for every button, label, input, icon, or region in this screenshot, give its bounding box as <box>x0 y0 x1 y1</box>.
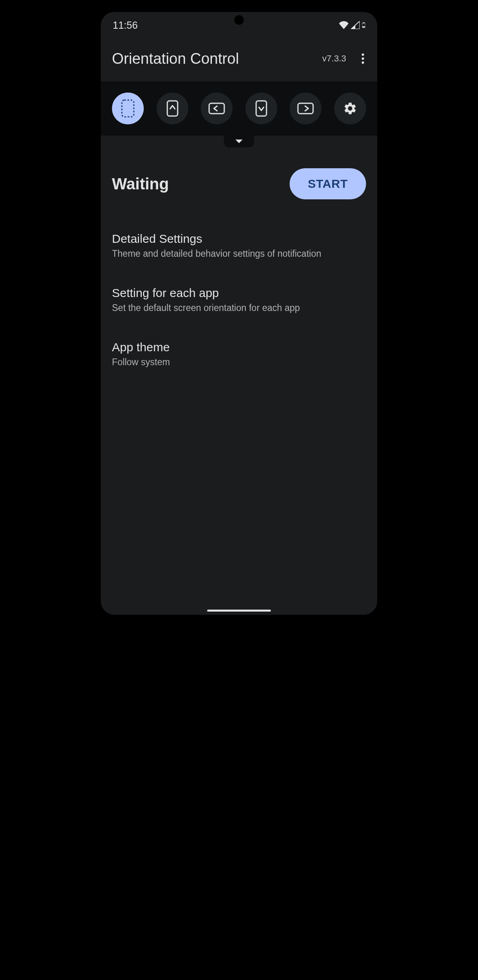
more-vert-icon <box>362 53 364 64</box>
expand-handle[interactable] <box>224 136 254 148</box>
setting-title: App theme <box>112 340 366 354</box>
orientation-auto-button[interactable] <box>112 92 144 124</box>
setting-subtitle: Theme and detailed behavior settings of … <box>112 248 366 260</box>
signal-icon <box>351 21 360 29</box>
orientation-landscape-left-button[interactable] <box>201 92 233 124</box>
status-time: 11:56 <box>113 20 138 31</box>
setting-title: Detailed Settings <box>112 232 366 246</box>
setting-subtitle: Set the default screen orientation for e… <box>112 302 366 314</box>
battery-icon <box>362 22 365 28</box>
svg-point-3 <box>362 53 364 56</box>
app-version: v7.3.3 <box>322 53 346 64</box>
landscape-right-icon <box>297 102 314 114</box>
orientation-portrait-up-button[interactable] <box>157 92 188 124</box>
setting-app-theme[interactable]: App theme Follow system <box>112 332 366 377</box>
orientation-bar <box>101 81 377 136</box>
wifi-icon <box>339 21 349 29</box>
chevron-down-icon <box>235 140 243 144</box>
svg-rect-2 <box>362 26 365 28</box>
gear-icon <box>343 101 357 116</box>
nav-indicator[interactable] <box>207 610 271 612</box>
orientation-portrait-down-button[interactable] <box>245 92 277 124</box>
start-button[interactable]: START <box>290 168 366 199</box>
orientation-settings-button[interactable] <box>334 92 366 124</box>
app-title: Orientation Control <box>112 50 322 67</box>
svg-rect-6 <box>122 100 134 117</box>
content: Waiting START Detailed Settings Theme an… <box>101 148 377 615</box>
svg-rect-8 <box>209 103 224 114</box>
more-menu-button[interactable] <box>353 49 372 68</box>
camera-cutout <box>234 15 244 25</box>
svg-rect-10 <box>298 103 313 114</box>
svg-point-5 <box>362 61 364 64</box>
auto-rotate-icon <box>121 99 135 118</box>
setting-per-app[interactable]: Setting for each app Set the default scr… <box>112 277 366 323</box>
landscape-left-icon <box>208 102 225 114</box>
screen: 11:56 Orientation Control v7.3.3 <box>101 12 377 615</box>
orientation-landscape-right-button[interactable] <box>290 92 321 124</box>
svg-rect-9 <box>256 101 266 116</box>
setting-title: Setting for each app <box>112 286 366 300</box>
portrait-up-icon <box>167 100 178 117</box>
setting-subtitle: Follow system <box>112 356 366 368</box>
svg-rect-7 <box>167 101 178 116</box>
status-icons <box>339 21 365 29</box>
app-bar: Orientation Control v7.3.3 <box>101 36 377 81</box>
status-label: Waiting <box>112 175 169 193</box>
svg-point-4 <box>362 57 364 60</box>
setting-detailed[interactable]: Detailed Settings Theme and detailed beh… <box>112 223 366 269</box>
portrait-down-icon <box>255 100 267 117</box>
phone-frame: 11:56 Orientation Control v7.3.3 <box>86 0 392 629</box>
status-row: Waiting START <box>112 168 366 199</box>
expand-tab <box>101 136 377 148</box>
